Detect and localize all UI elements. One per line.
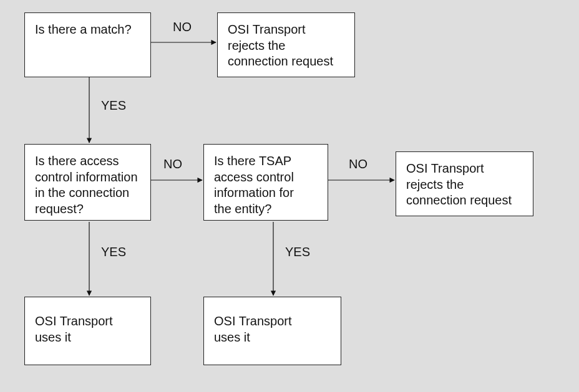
box-text: OSI Transport rejects the connection req…: [406, 161, 512, 209]
box-text: Is there access control information in t…: [35, 153, 138, 217]
decision-access-control-in-request: Is there access control information in t…: [24, 144, 151, 221]
flowchart-canvas: Is there a match? NO OSI Transport rejec…: [0, 0, 579, 392]
edge-label-no: NO: [173, 20, 192, 34]
edge-label-no: NO: [349, 157, 367, 171]
box-text: OSI Transport uses it: [35, 313, 113, 345]
edge-label-yes: YES: [101, 245, 126, 259]
outcome-uses-it-1: OSI Transport uses it: [24, 297, 151, 365]
decision-tsap-access-control: Is there TSAP access control information…: [203, 144, 328, 221]
edge-label-no: NO: [163, 157, 182, 171]
box-text: Is there a match?: [35, 22, 132, 38]
box-text: OSI Transport rejects the connection req…: [228, 22, 333, 70]
box-text: OSI Transport uses it: [214, 313, 292, 345]
outcome-uses-it-2: OSI Transport uses it: [203, 297, 341, 365]
edge-label-yes: YES: [285, 245, 310, 259]
box-text: Is there TSAP access control information…: [214, 153, 294, 217]
decision-is-there-a-match: Is there a match?: [24, 12, 151, 77]
outcome-reject-2: OSI Transport rejects the connection req…: [396, 151, 533, 216]
outcome-reject-1: OSI Transport rejects the connection req…: [217, 12, 355, 77]
edge-label-yes: YES: [101, 98, 126, 113]
